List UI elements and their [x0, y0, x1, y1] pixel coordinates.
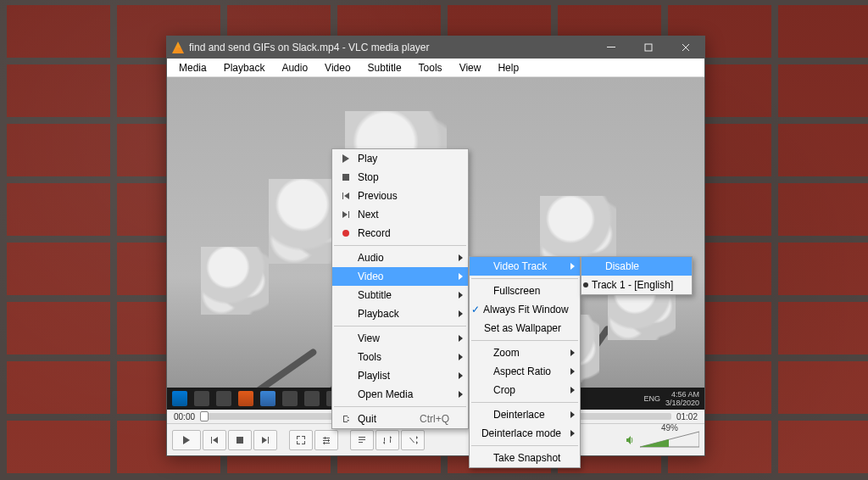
menu-item-track-1-english-[interactable]: Track 1 - [English] — [581, 276, 692, 294]
menu-item-zoom[interactable]: Zoom — [470, 343, 580, 362]
tray-lang[interactable]: ENG — [643, 394, 660, 403]
menu-tools[interactable]: Tools — [410, 59, 451, 76]
play-icon — [337, 154, 354, 163]
play-button[interactable] — [172, 430, 201, 450]
tray-time: 4:56 AM — [665, 390, 699, 399]
menu-audio[interactable]: Audio — [273, 59, 316, 76]
menu-item-label: Open Media — [354, 388, 413, 400]
submenu-arrow-icon — [459, 391, 463, 398]
menu-item-video-track[interactable]: Video Track — [470, 257, 580, 276]
menu-item-label: Audio — [354, 252, 384, 264]
menu-video[interactable]: Video — [316, 59, 359, 76]
prev-button[interactable] — [203, 430, 226, 450]
svg-rect-8 — [324, 442, 325, 444]
menu-item-deinterlace[interactable]: Deinterlace — [470, 405, 580, 424]
menu-item-disable[interactable]: Disable — [581, 257, 692, 276]
video-track-submenu: DisableTrack 1 - [English] — [581, 256, 693, 295]
minimize-button[interactable] — [593, 36, 630, 59]
menu-help[interactable]: Help — [489, 59, 527, 76]
menu-item-take-snapshot[interactable]: Take Snapshot — [470, 449, 580, 467]
svg-rect-9 — [359, 437, 365, 438]
submenu-arrow-icon — [570, 368, 575, 375]
seek-knob[interactable] — [200, 411, 209, 421]
menu-item-label: Take Snapshot — [490, 452, 560, 464]
submenu-arrow-icon — [570, 387, 575, 393]
task-icon[interactable] — [304, 391, 320, 406]
shuffle-button[interactable] — [401, 430, 425, 450]
close-button[interactable] — [667, 36, 704, 59]
stop-button[interactable] — [228, 430, 252, 450]
menu-item-label: Disable — [602, 260, 639, 272]
task-icon[interactable] — [282, 391, 298, 406]
menu-item-label: Tools — [354, 351, 381, 363]
time-current: 00:00 — [174, 412, 195, 421]
prev-icon — [337, 192, 354, 200]
volume-percent: 49% — [640, 423, 699, 433]
menu-playback[interactable]: Playback — [215, 59, 274, 76]
menu-item-next[interactable]: Next — [332, 205, 468, 224]
submenu-arrow-icon — [459, 354, 463, 360]
playlist-button[interactable] — [350, 430, 374, 450]
menu-item-subtitle[interactable]: Subtitle — [332, 286, 468, 304]
menu-item-play[interactable]: Play — [332, 149, 468, 168]
menu-shortcut: Ctrl+Q — [394, 413, 449, 425]
menubar: Media Playback Audio Video Subtitle Tool… — [167, 59, 704, 77]
svg-rect-10 — [359, 439, 365, 440]
menu-item-playlist[interactable]: Playlist — [332, 366, 468, 385]
start-icon[interactable] — [172, 391, 187, 406]
menu-item-label: Subtitle — [354, 289, 392, 301]
menu-item-aspect-ratio[interactable]: Aspect Ratio — [470, 362, 580, 381]
menu-item-label: Fullscreen — [490, 285, 540, 297]
svg-rect-0 — [607, 47, 615, 47]
menu-item-label: Deinterlace mode — [478, 427, 561, 439]
quit-icon — [337, 415, 354, 423]
svg-rect-6 — [325, 437, 326, 439]
volume-slider[interactable]: 49% — [640, 430, 699, 450]
menu-item-quit[interactable]: QuitCtrl+Q — [332, 410, 468, 428]
menu-view[interactable]: View — [451, 59, 490, 76]
speaker-icon[interactable] — [625, 434, 637, 446]
submenu-arrow-icon — [459, 292, 463, 299]
task-icon[interactable] — [216, 391, 231, 406]
menu-item-label: Video — [354, 271, 383, 282]
menu-item-stop[interactable]: Stop — [332, 168, 468, 187]
time-total: 01:02 — [676, 412, 698, 421]
menu-item-previous[interactable]: Previous — [332, 187, 468, 205]
menu-item-label: Record — [354, 227, 391, 239]
menu-item-deinterlace-mode[interactable]: Deinterlace mode — [470, 424, 580, 443]
loop-button[interactable] — [376, 430, 399, 450]
task-icon[interactable] — [238, 391, 253, 406]
menu-media[interactable]: Media — [170, 59, 215, 76]
menu-item-label: Quit — [354, 413, 376, 425]
tray-date: 3/18/2020 — [665, 399, 699, 407]
svg-rect-2 — [236, 437, 243, 444]
menu-item-tools[interactable]: Tools — [332, 348, 468, 366]
context-menu: PlayStopPreviousNextRecordAudioVideoSubt… — [331, 148, 469, 429]
menu-item-label: Play — [354, 153, 377, 165]
fullscreen-button[interactable] — [289, 430, 313, 450]
menu-item-playback[interactable]: Playback — [332, 304, 468, 323]
menu-item-label: Crop — [490, 384, 515, 396]
titlebar[interactable]: find and send GIFs on Slack.mp4 - VLC me… — [167, 36, 704, 59]
menu-subtitle[interactable]: Subtitle — [359, 59, 410, 76]
menu-item-video[interactable]: Video — [332, 267, 468, 286]
menu-item-label: Set as Wallpaper — [481, 322, 561, 334]
menu-item-set-as-wallpaper[interactable]: Set as Wallpaper — [470, 319, 580, 338]
task-icon[interactable] — [260, 391, 275, 406]
menu-item-label: Previous — [354, 190, 398, 202]
submenu-arrow-icon — [459, 273, 463, 280]
menu-item-open-media[interactable]: Open Media — [332, 385, 468, 404]
ext-settings-button[interactable] — [314, 430, 338, 450]
svg-rect-7 — [328, 439, 329, 442]
menu-item-always-fit-window[interactable]: ✓Always Fit Window — [470, 300, 580, 319]
menu-item-record[interactable]: Record — [332, 224, 468, 243]
submenu-arrow-icon — [570, 411, 575, 418]
maximize-button[interactable] — [630, 36, 667, 59]
menu-item-audio[interactable]: Audio — [332, 248, 468, 267]
menu-item-fullscreen[interactable]: Fullscreen — [470, 282, 580, 300]
menu-item-label: Deinterlace — [490, 409, 545, 421]
menu-item-view[interactable]: View — [332, 329, 468, 348]
task-icon[interactable] — [194, 391, 209, 406]
menu-item-crop[interactable]: Crop — [470, 381, 580, 399]
next-button[interactable] — [253, 430, 277, 450]
